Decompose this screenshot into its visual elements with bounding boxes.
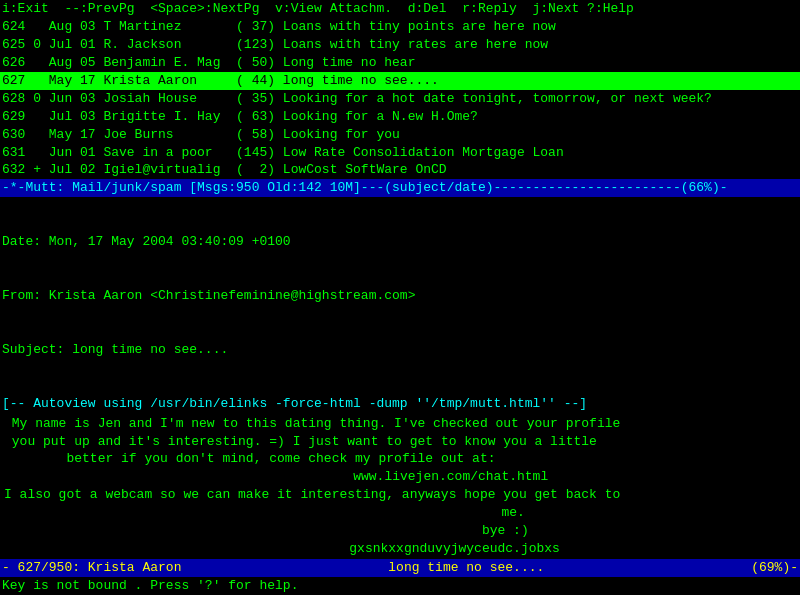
list-item: bye :) — [4, 522, 796, 540]
table-row[interactable]: 629 Jul 03 Brigitte I. Hay ( 63) Looking… — [0, 108, 800, 126]
bottom-status-bar: - 627/950: Krista Aaron long time no see… — [0, 559, 800, 577]
header-date: Date: Mon, 17 May 2004 03:40:09 +0100 — [2, 233, 798, 251]
list-item: better if you don't mind, come check my … — [4, 450, 796, 468]
list-item: you put up and it's interesting. =) I ju… — [4, 433, 796, 451]
table-row[interactable]: 631 Jun 01 Save in a poor (145) Low Rate… — [0, 144, 800, 162]
table-row[interactable]: 627 May 17 Krista Aaron ( 44) long time … — [0, 72, 800, 90]
list-item: My name is Jen and I'm new to this datin… — [4, 415, 796, 433]
table-row[interactable]: 632 + Jul 02 Igiel@virtualig ( 2) LowCos… — [0, 161, 800, 179]
top-menu-bar[interactable]: i:Exit --:PrevPg <Space>:NextPg v:View A… — [0, 0, 800, 18]
bottom-status-middle: long time no see.... — [181, 559, 751, 577]
table-row[interactable]: 624 Aug 03 T Martinez ( 37) Loans with t… — [0, 18, 800, 36]
bottom-status-right: (69%)- — [751, 559, 798, 577]
table-row[interactable]: 625 0 Jul 01 R. Jackson (123) Loans with… — [0, 36, 800, 54]
key-hint: Key is not bound . Press '?' for help. — [0, 577, 800, 595]
table-row[interactable]: 626 Aug 05 Benjamin E. Mag ( 50) Long ti… — [0, 54, 800, 72]
header-subject: Subject: long time no see.... — [2, 341, 798, 359]
email-body: My name is Jen and I'm new to this datin… — [0, 413, 800, 560]
email-list: 624 Aug 03 T Martinez ( 37) Loans with t… — [0, 18, 800, 179]
folder-status-bar: -*-Mutt: Mail/junk/spam [Msgs:950 Old:14… — [0, 179, 800, 197]
list-item: I also got a webcam so we can make it in… — [4, 486, 796, 504]
list-item: me. — [4, 504, 796, 522]
table-row[interactable]: 630 May 17 Joe Burns ( 58) Looking for y… — [0, 126, 800, 144]
autoview-bar: [-- Autoview using /usr/bin/elinks -forc… — [0, 395, 800, 413]
bottom-status-left: - 627/950: Krista Aaron — [2, 559, 181, 577]
list-item: www.livejen.com/chat.html — [4, 468, 796, 486]
list-item: gxsnkxxgnduvyjwyceudc.jobxs — [4, 540, 796, 558]
header-from: From: Krista Aaron <Christinefeminine@hi… — [2, 287, 798, 305]
mutt-email-client: i:Exit --:PrevPg <Space>:NextPg v:View A… — [0, 0, 800, 595]
email-headers: Date: Mon, 17 May 2004 03:40:09 +0100 Fr… — [0, 197, 800, 394]
table-row[interactable]: 628 0 Jun 03 Josiah House ( 35) Looking … — [0, 90, 800, 108]
